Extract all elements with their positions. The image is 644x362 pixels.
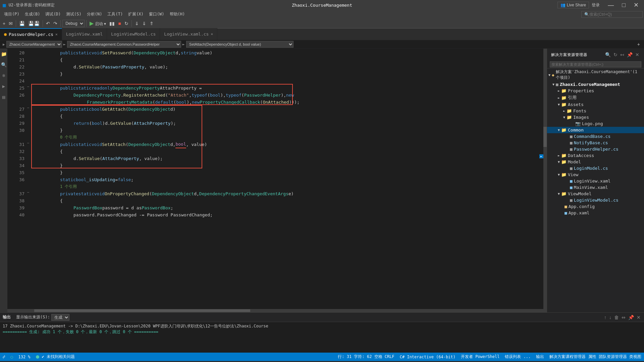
tree-mainview[interactable]: ■ MainView.xaml bbox=[547, 184, 644, 191]
debug-mode-select[interactable]: Debug bbox=[62, 20, 85, 27]
act-debug-icon[interactable]: ▶ bbox=[1, 82, 6, 90]
tree-appconfig[interactable]: ■ App.config bbox=[547, 203, 644, 210]
act-search-icon[interactable]: 🔍 bbox=[0, 61, 8, 69]
line-num-25: 25 bbox=[7, 85, 24, 92]
tab-loginviewmodel[interactable]: LoginViewModel.cs bbox=[107, 28, 160, 40]
stop-button[interactable]: ■ bbox=[117, 20, 122, 27]
project-path-select[interactable]: Zhaoxi.CourseManagement bbox=[6, 41, 62, 48]
tab-loginviewxamlcs-close[interactable]: ✕ bbox=[211, 32, 213, 36]
tree-solution[interactable]: ▼ ◆ 解决方案'Zhaoxi.CourseManagement'(1 个项目) bbox=[547, 68, 644, 81]
menu-window[interactable]: 窗口(W) bbox=[146, 11, 167, 18]
toolbar-save-button[interactable]: 💾 bbox=[18, 20, 26, 27]
sidebar-search-button[interactable]: 🔍 bbox=[604, 51, 611, 58]
tab-passwordhelper-close[interactable]: ✕ bbox=[55, 32, 58, 37]
search-input[interactable] bbox=[589, 12, 640, 17]
tree-loginview[interactable]: ■ LoginView.xaml bbox=[547, 178, 644, 184]
tree-references[interactable]: ► 📁 引用 bbox=[547, 94, 644, 101]
stepout-button[interactable]: ⇑ bbox=[148, 20, 155, 27]
close-button[interactable]: ✕ bbox=[631, 1, 641, 9]
output-down-button[interactable]: ↓ bbox=[608, 314, 612, 321]
menu-help[interactable]: 帮助(H) bbox=[167, 11, 188, 18]
line-num-29: 29 bbox=[7, 120, 24, 127]
output-pin-button[interactable]: 📌 bbox=[628, 314, 635, 321]
assets-icon: 📁 bbox=[561, 102, 567, 107]
method-path-select[interactable]: SetAttach(DependencyObject d, bool value… bbox=[186, 41, 293, 48]
tree-logo[interactable]: 📷 Logo.png bbox=[547, 120, 644, 127]
tree-properties[interactable]: ► 📁 Properties bbox=[547, 88, 644, 94]
code-line-21: { bbox=[33, 56, 543, 63]
tree-view[interactable]: ▼ 📁 View bbox=[547, 171, 644, 178]
tree-fonts[interactable]: ► 📁 Fonts bbox=[547, 108, 644, 114]
menu-tools[interactable]: 工具(T) bbox=[105, 11, 125, 18]
code-line-30: } bbox=[33, 127, 543, 134]
output-close-button[interactable]: ✕ bbox=[636, 314, 641, 321]
menu-test[interactable]: 测试(S) bbox=[63, 11, 84, 18]
output-up-button[interactable]: ↑ bbox=[603, 314, 607, 321]
toolbar-comment-button[interactable]: ✉ bbox=[7, 20, 14, 27]
sidebar-refresh-button[interactable]: ↻ bbox=[613, 51, 618, 58]
pause-button[interactable]: ▮▮ bbox=[108, 20, 116, 27]
toolbar-add-button[interactable]: + bbox=[1, 20, 7, 27]
tab-passwordhelper[interactable]: PasswordHelper.cs ✕ bbox=[0, 28, 62, 40]
maximize-button[interactable]: □ bbox=[619, 1, 628, 9]
tree-notifybase[interactable]: ■ NotifyBase.cs bbox=[547, 140, 644, 146]
tree-passwordhelper[interactable]: ■ PasswordHelper.cs bbox=[547, 146, 644, 152]
tree-common[interactable]: ▼ 📁 Common bbox=[547, 127, 644, 133]
output-source-select[interactable]: 生成 bbox=[51, 314, 69, 321]
menu-build[interactable]: 生成(B) bbox=[22, 11, 43, 18]
stepover-button[interactable]: ⇓ bbox=[133, 20, 140, 27]
vertical-scrollbar[interactable] bbox=[543, 49, 547, 309]
references-arrow: ► bbox=[558, 96, 560, 100]
horizontal-scrollbar[interactable] bbox=[7, 309, 547, 312]
collapse-27[interactable]: — bbox=[26, 106, 31, 113]
output-clear-button[interactable]: 🗑 bbox=[613, 314, 620, 321]
sidebar-pin-button[interactable]: 📌 bbox=[626, 51, 633, 58]
tree-loginmodel[interactable]: ■ LoginModel.cs bbox=[547, 165, 644, 171]
stepinto-button[interactable]: ⇓ bbox=[141, 20, 148, 27]
toolbar-redo-button[interactable]: ↷ bbox=[52, 20, 59, 27]
tree-assets[interactable]: ▼ 📁 Assets bbox=[547, 101, 644, 108]
minimize-button[interactable]: — bbox=[605, 1, 616, 9]
act-explorer-icon[interactable]: 📁 bbox=[0, 50, 8, 58]
sidebar-close-button[interactable]: ✕ bbox=[635, 51, 640, 58]
collapse-31[interactable]: — bbox=[26, 141, 31, 148]
path-icon: ▶ bbox=[3, 42, 5, 47]
menu-extensions[interactable]: 扩展(X) bbox=[125, 11, 146, 18]
tree-commandbase[interactable]: ■ CommandBase.cs bbox=[547, 133, 644, 140]
collapse-25[interactable]: — bbox=[26, 85, 31, 92]
collapse-37[interactable]: — bbox=[26, 190, 31, 197]
output-wrap-button[interactable]: ⇔ bbox=[621, 314, 626, 321]
tree-appxaml[interactable]: ■ App.xaml bbox=[547, 210, 644, 216]
sidebar-collapse-button[interactable]: ↤ bbox=[620, 51, 625, 58]
toolbar-saveall-button[interactable]: 💾💾 bbox=[27, 20, 41, 27]
tab-loginview-label: LoginView.xaml bbox=[66, 32, 103, 37]
code-line-38: { bbox=[33, 197, 543, 204]
live-share-button[interactable]: 👥 Live Share bbox=[557, 2, 589, 8]
line-col-info: 行: 31 字符: 62 空格 CRLF bbox=[338, 354, 394, 360]
search-box[interactable]: 🔍 bbox=[581, 11, 643, 18]
h-scrollbar-thumb[interactable] bbox=[34, 309, 250, 312]
restart-button[interactable]: ↻ bbox=[123, 20, 130, 27]
tab-loginview[interactable]: LoginView.xaml bbox=[62, 28, 107, 40]
tree-loginviewmodel[interactable]: ■ LoginViewModel.cs bbox=[547, 197, 644, 203]
start-button[interactable]: ▶ 启动 ▾ bbox=[88, 19, 107, 28]
menu-debug[interactable]: 调试(D) bbox=[43, 11, 63, 18]
toolbar-undo-button[interactable]: ↶ bbox=[45, 20, 51, 27]
tree-dataaccess[interactable]: ► 📁 DataAccess bbox=[547, 152, 644, 159]
tree-project[interactable]: ▼ ■ Zhaoxi.CourseManagement bbox=[547, 81, 644, 88]
namespace-path-select[interactable]: Zhaoxi.CourseManagement.Common.PasswordH… bbox=[67, 41, 181, 48]
tree-images[interactable]: ▼ 📁 Images bbox=[547, 114, 644, 120]
act-git-icon[interactable]: ❄ bbox=[1, 71, 6, 80]
menu-analyze[interactable]: 分析(N) bbox=[84, 11, 105, 18]
act-extensions-icon[interactable]: ▤ bbox=[1, 93, 6, 101]
menu-project[interactable]: 项目(P) bbox=[1, 11, 22, 18]
tree-model[interactable]: ▼ 📁 Model bbox=[547, 159, 644, 165]
tab-loginviewxamlcs[interactable]: LoginView.xaml.cs ✕ bbox=[160, 28, 217, 40]
solution-search-input[interactable] bbox=[550, 61, 641, 67]
path-expand-button[interactable]: + bbox=[636, 41, 641, 48]
code-editor[interactable]: 20 21 22 23 24 25 26 27 28 29 30 31 32 3… bbox=[7, 49, 547, 312]
scrollbar-thumb[interactable] bbox=[543, 127, 547, 147]
tree-viewmodel[interactable]: ▼ 📁 ViewModel bbox=[547, 191, 644, 197]
code-lines[interactable]: ► public static void SetPassword(Depende… bbox=[31, 49, 543, 309]
sidebar-search-area[interactable] bbox=[547, 61, 644, 68]
